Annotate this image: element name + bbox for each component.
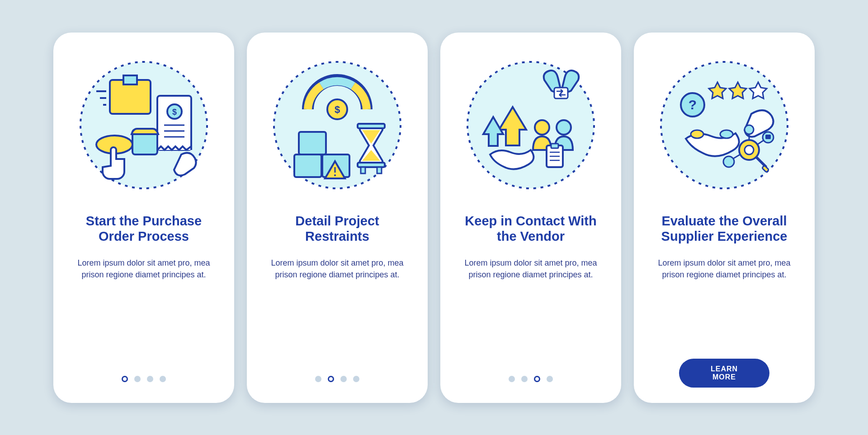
svg-text:$: $ bbox=[172, 108, 177, 117]
svg-point-31 bbox=[535, 120, 549, 135]
pager-dot-2[interactable] bbox=[134, 376, 141, 382]
svg-rect-24 bbox=[358, 124, 385, 128]
svg-rect-34 bbox=[551, 144, 558, 148]
svg-rect-27 bbox=[377, 167, 382, 173]
card-description: Lorem ipsum dolor sit amet pro, mea pris… bbox=[454, 257, 608, 281]
card-title: Detail Project Restraints bbox=[260, 213, 414, 245]
pager-dot-4[interactable] bbox=[353, 376, 359, 382]
svg-point-42 bbox=[691, 130, 703, 138]
onboarding-card-3: Keep in Contact With the Vendor Lorem ip… bbox=[440, 33, 621, 403]
pager bbox=[440, 376, 621, 382]
card-description: Lorem ipsum dolor sit amet pro, mea pris… bbox=[260, 257, 414, 281]
svg-text:?: ? bbox=[689, 97, 697, 112]
learn-more-button[interactable]: LEARN MORE bbox=[679, 359, 769, 388]
pager bbox=[53, 376, 234, 382]
onboarding-card-1: $ Start the Purchase Order Process Lorem… bbox=[53, 33, 234, 403]
svg-point-43 bbox=[720, 130, 733, 138]
pager-dot-3[interactable] bbox=[534, 376, 540, 382]
pager-dot-1[interactable] bbox=[315, 376, 321, 382]
pager-dot-1[interactable] bbox=[509, 376, 515, 382]
svg-point-32 bbox=[557, 120, 571, 135]
card-title: Evaluate the Overall Supplier Experience bbox=[647, 213, 801, 245]
svg-text:$: $ bbox=[335, 104, 340, 115]
svg-rect-26 bbox=[361, 167, 365, 173]
pager-dot-3[interactable] bbox=[147, 376, 153, 382]
pager bbox=[247, 376, 428, 382]
svg-point-49 bbox=[723, 156, 734, 167]
pager-dot-2[interactable] bbox=[521, 376, 528, 382]
pager-dot-4[interactable] bbox=[547, 376, 553, 382]
svg-rect-52 bbox=[765, 135, 771, 139]
onboarding-card-2: $ Detail Project Restraints Lorem ipsum … bbox=[247, 33, 428, 403]
supplier-experience-icon: ? bbox=[659, 60, 790, 191]
card-title: Start the Purchase Order Process bbox=[67, 213, 221, 245]
project-restraints-icon: $ bbox=[272, 60, 403, 191]
pager-dot-4[interactable] bbox=[160, 376, 166, 382]
svg-rect-19 bbox=[299, 132, 326, 154]
card-description: Lorem ipsum dolor sit amet pro, mea pris… bbox=[647, 257, 801, 281]
svg-rect-3 bbox=[123, 75, 137, 84]
purchase-order-icon: $ bbox=[78, 60, 209, 191]
card-description: Lorem ipsum dolor sit amet pro, mea pris… bbox=[67, 257, 221, 281]
vendor-contact-icon bbox=[465, 60, 596, 191]
svg-point-47 bbox=[745, 125, 754, 134]
pager-dot-1[interactable] bbox=[122, 376, 128, 382]
svg-point-23 bbox=[334, 174, 336, 176]
svg-rect-20 bbox=[294, 154, 321, 177]
svg-point-45 bbox=[745, 145, 754, 154]
pager-dot-2[interactable] bbox=[328, 376, 334, 382]
card-title: Keep in Contact With the Vendor bbox=[454, 213, 608, 245]
pager-dot-3[interactable] bbox=[340, 376, 347, 382]
onboarding-card-4: ? Evaluate the Overall Supplier Experien… bbox=[634, 33, 815, 403]
